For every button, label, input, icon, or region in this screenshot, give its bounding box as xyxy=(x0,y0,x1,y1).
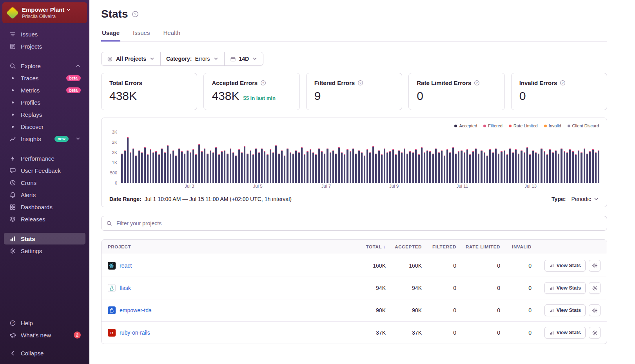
rails-platform-icon: R xyxy=(108,329,116,337)
chart-bar xyxy=(364,156,365,183)
chart-bar xyxy=(327,148,328,183)
org-switcher[interactable]: Empower Plant Priscila Oliveira xyxy=(2,2,87,23)
chart-bar xyxy=(164,152,165,183)
sidebar-item-projects[interactable]: Projects xyxy=(4,40,85,52)
tab-issues[interactable]: Issues xyxy=(132,26,151,42)
project-filter-dropdown[interactable]: All Projects xyxy=(102,52,160,65)
sidebar-item-label: Settings xyxy=(21,248,42,254)
tab-usage[interactable]: Usage xyxy=(101,26,120,42)
chart-bar xyxy=(564,151,565,183)
chart-bar xyxy=(258,152,260,183)
chart-bar xyxy=(221,151,223,183)
column-header-filtered[interactable]: FILTERED xyxy=(422,244,456,249)
chart-bar xyxy=(321,151,323,183)
sidebar-item-releases[interactable]: Releases xyxy=(4,213,85,225)
sidebar-item-help[interactable]: ?Help xyxy=(4,317,85,329)
svg-text:?: ? xyxy=(562,81,564,85)
project-settings-button[interactable] xyxy=(589,304,601,316)
column-header-accepted[interactable]: ACCEPTED xyxy=(386,244,422,249)
category-filter-dropdown[interactable]: Category: Errors xyxy=(160,52,224,65)
sidebar-item-traces[interactable]: Tracesbeta xyxy=(4,72,85,84)
help-icon[interactable]: ? xyxy=(132,11,139,18)
date-range-dropdown[interactable]: 14D xyxy=(224,52,263,65)
sidebar-item-metrics[interactable]: Metricsbeta xyxy=(4,84,85,96)
view-stats-label: View Stats xyxy=(557,308,581,313)
project-link[interactable]: ruby-on-rails xyxy=(120,330,150,336)
sidebar-item-user-feedback[interactable]: User Feedback xyxy=(4,165,85,176)
chart-bar xyxy=(404,148,405,183)
x-axis-label: Jul 7 xyxy=(321,184,331,188)
help-icon[interactable]: ? xyxy=(474,80,480,86)
user-feedback-icon xyxy=(9,167,16,174)
chart-bar xyxy=(424,152,425,183)
project-settings-button[interactable] xyxy=(589,260,601,272)
sidebar-item-alerts[interactable]: Alerts xyxy=(4,189,85,201)
sidebar-item-profiles[interactable]: Profiles xyxy=(4,96,85,108)
cell-invalid: 0 xyxy=(500,285,532,291)
type-dropdown[interactable]: Type: Periodic xyxy=(552,196,599,202)
bullet-icon xyxy=(9,101,16,103)
view-stats-button[interactable]: View Stats xyxy=(544,282,586,294)
explore-search-icon xyxy=(9,63,16,69)
sidebar-item-settings[interactable]: Settings xyxy=(4,245,85,257)
sidebar-item-crons[interactable]: Crons xyxy=(4,177,85,188)
column-header-total[interactable]: TOTAL↓ xyxy=(347,244,386,250)
sidebar-item-insights[interactable]: Insightsnew xyxy=(4,133,85,145)
chart-bar xyxy=(449,152,451,183)
chart-bar xyxy=(267,154,268,183)
sidebar-item-replays[interactable]: Replays xyxy=(4,109,85,120)
view-stats-button[interactable]: View Stats xyxy=(544,304,586,316)
project-link[interactable]: empower-tda xyxy=(120,307,152,313)
column-header-invalid[interactable]: INVALID xyxy=(500,244,532,249)
chart-bar xyxy=(235,156,237,183)
search-input[interactable] xyxy=(101,216,607,231)
chart-bar xyxy=(572,151,573,183)
sidebar-item-stats[interactable]: Stats xyxy=(4,233,85,244)
sidebar-item-dashboards[interactable]: Dashboards xyxy=(4,201,85,213)
chart-bar xyxy=(281,150,283,183)
sidebar-item-discover[interactable]: Discover xyxy=(4,121,85,132)
legend-item-invalid[interactable]: Invalid xyxy=(544,123,561,128)
project-search xyxy=(101,216,607,231)
chart-bar xyxy=(204,148,205,183)
legend-item-client-discard[interactable]: Client Discard xyxy=(568,123,599,128)
chart-bar xyxy=(521,150,522,183)
column-header-rate-limited[interactable]: RATE LIMITED xyxy=(456,244,500,249)
legend-item-rate-limited[interactable]: Rate Limited xyxy=(509,123,538,128)
gear-icon xyxy=(592,308,598,313)
sidebar-item-explore[interactable]: Explore xyxy=(4,60,85,72)
tab-health[interactable]: Health xyxy=(162,26,181,42)
legend-item-filtered[interactable]: Filtered xyxy=(483,123,503,128)
chart-bar xyxy=(535,152,537,183)
chart-bar xyxy=(150,149,151,183)
sidebar-item-issues[interactable]: Issues xyxy=(4,28,85,40)
chart-bar xyxy=(130,152,131,183)
help-icon[interactable]: ? xyxy=(560,80,566,86)
chart-bar xyxy=(381,154,383,183)
view-stats-button[interactable]: View Stats xyxy=(544,327,586,339)
sidebar-item-what-s-new[interactable]: What's new2 xyxy=(4,329,85,341)
sidebar-item-performance[interactable]: Performance xyxy=(4,152,85,164)
chart-bar xyxy=(558,154,559,183)
project-settings-button[interactable] xyxy=(589,327,601,339)
chart-bar xyxy=(210,150,211,183)
help-icon[interactable]: ? xyxy=(357,80,363,86)
legend-item-accepted[interactable]: Accepted xyxy=(454,123,477,128)
cell-total: 160K xyxy=(347,263,386,269)
column-header-project[interactable]: PROJECT xyxy=(108,244,347,249)
project-link[interactable]: react xyxy=(120,263,132,269)
chart-bar xyxy=(144,147,145,183)
org-name: Empower Plant xyxy=(22,6,64,13)
org-logo xyxy=(6,6,19,19)
project-settings-button[interactable] xyxy=(589,282,601,294)
cell-invalid: 0 xyxy=(500,263,532,269)
chart-bars xyxy=(121,132,599,183)
chart-bar xyxy=(438,152,439,183)
sidebar-item-collapse[interactable]: Collapse xyxy=(4,347,85,359)
view-stats-button[interactable]: View Stats xyxy=(544,260,586,272)
chart-bar xyxy=(455,154,457,183)
help-icon[interactable]: ? xyxy=(260,80,266,86)
sidebar-nav: IssuesProjectsExploreTracesbetaMetricsbe… xyxy=(0,28,89,317)
chart-bar xyxy=(401,152,403,183)
project-link[interactable]: flask xyxy=(120,285,131,291)
